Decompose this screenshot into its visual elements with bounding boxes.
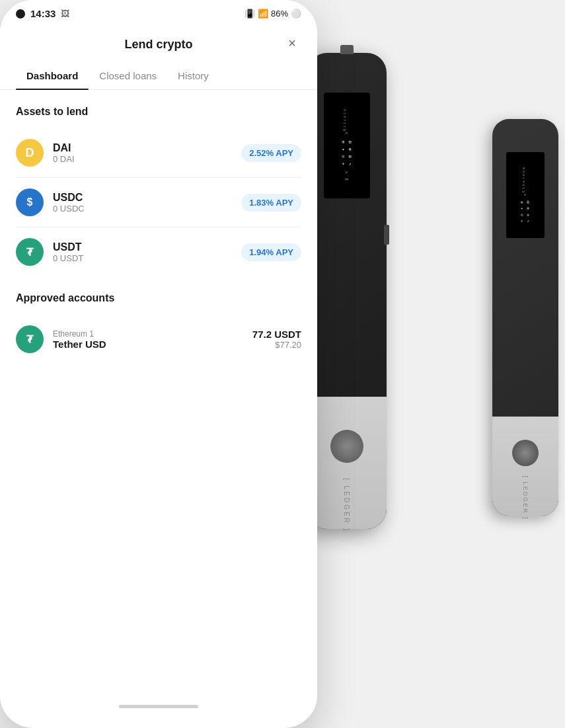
status-icons: 📳 📶 86% ⚪	[245, 9, 301, 19]
usdc-icon: $	[16, 188, 44, 216]
dai-apy: 2.52% APY	[241, 144, 301, 162]
usdt-apy: 1.94% APY	[241, 243, 301, 261]
usdt-info: USDT 0 USDT	[53, 241, 241, 263]
status-time: 14:33	[30, 8, 56, 19]
dai-balance: 0 DAI	[53, 154, 241, 164]
usdc-symbol: $	[27, 196, 33, 208]
ledger-screen-main: Bitcoin ⌃ ⊕ ⊞ ✦ ⊛ ⊝ ⊞ + ↗ ⌄ ▭	[324, 93, 370, 198]
ledger-body-secondary: Ethereum ⌃ ⊕ B ✦ ⊛ ⊝ ≡ + ↗ [ LEDGER ]	[492, 119, 558, 516]
amount-fiat: $77.20	[252, 340, 301, 350]
tab-history[interactable]: History	[167, 62, 219, 89]
signal-icon: 📶	[258, 9, 268, 19]
ledger-brand-text-main: [ LEDGER ]	[343, 478, 351, 532]
screen-content-secondary: Ethereum ⌃ ⊕ B ✦ ⊛ ⊝ ≡ + ↗	[521, 166, 530, 224]
asset-item-usdt[interactable]: ₮ USDT 0 USDT 1.94% APY	[16, 227, 301, 276]
screen-content-main: Bitcoin ⌃ ⊕ ⊞ ✦ ⊛ ⊝ ⊞ + ↗ ⌄ ▭	[342, 108, 352, 182]
tab-closed-loans[interactable]: Closed loans	[89, 62, 167, 89]
battery-icon: ⚪	[291, 9, 301, 19]
ledger-screen-secondary: Ethereum ⌃ ⊕ B ✦ ⊛ ⊝ ≡ + ↗	[506, 152, 545, 238]
devices-container: Bitcoin ⌃ ⊕ ⊞ ✦ ⊛ ⊝ ⊞ + ↗ ⌄ ▭ [ LEDGER ]	[287, 0, 565, 728]
ledger-brand-text-secondary: [ LEDGER ]	[522, 475, 529, 520]
usdc-name: USDC	[53, 192, 241, 204]
modal-header: Lend crypto ×	[0, 24, 317, 62]
approved-section-title: Approved accounts	[16, 292, 301, 304]
home-bar	[119, 705, 198, 708]
ledger-device-main: Bitcoin ⌃ ⊕ ⊞ ✦ ⊛ ⊝ ⊞ + ↗ ⌄ ▭ [ LEDGER ]	[307, 53, 387, 529]
account-usdt-info: Ethereum 1 Tether USD	[53, 329, 252, 350]
amount-value: 77.2 USDT	[252, 329, 301, 340]
usdc-apy: 1.83% APY	[241, 194, 301, 212]
battery-level: 86%	[271, 9, 288, 19]
tabs-container: Dashboard Closed loans History	[0, 62, 317, 90]
dai-icon: D	[16, 139, 44, 167]
ledger-body-main: Bitcoin ⌃ ⊕ ⊞ ✦ ⊛ ⊝ ⊞ + ↗ ⌄ ▭ [ LEDGER ]	[307, 53, 387, 529]
modal-container: Lend crypto × Dashboard Closed loans His…	[0, 24, 317, 716]
asset-list: D DAI 0 DAI 2.52% APY $ USDC 0 USDC	[16, 128, 301, 276]
ledger-right-button[interactable]	[384, 225, 389, 245]
ledger-bottom-button-main[interactable]	[330, 430, 363, 463]
usdt-name: USDT	[53, 241, 241, 253]
asset-item-usdc[interactable]: $ USDC 0 USDC 1.83% APY	[16, 178, 301, 227]
usdc-balance: 0 USDC	[53, 204, 241, 214]
ledger-bottom-button-secondary[interactable]	[512, 440, 539, 466]
tab-dashboard[interactable]: Dashboard	[16, 62, 89, 89]
usdt-symbol: ₮	[26, 246, 33, 259]
ledger-device-secondary: Ethereum ⌃ ⊕ B ✦ ⊛ ⊝ ≡ + ↗ [ LEDGER ]	[492, 119, 558, 516]
close-button[interactable]: ×	[283, 34, 301, 53]
account-amount-info: 77.2 USDT $77.20	[252, 329, 301, 350]
account-name: Tether USD	[53, 339, 252, 350]
account-sub-label: Ethereum 1	[53, 329, 252, 339]
dai-symbol: D	[26, 146, 34, 160]
usdc-info: USDC 0 USDC	[53, 192, 241, 214]
account-item-usdt[interactable]: ₮ Ethereum 1 Tether USD 77.2 USDT $77.20	[16, 315, 301, 364]
usdt-icon: ₮	[16, 238, 44, 266]
usdt-balance: 0 USDT	[53, 253, 241, 263]
ledger-bottom-main: [ LEDGER ]	[307, 397, 387, 529]
ledger-bottom-secondary: [ LEDGER ]	[492, 417, 558, 516]
approved-accounts-section: Approved accounts ₮ Ethereum 1 Tether US…	[16, 292, 301, 364]
modal-title: Lend crypto	[124, 38, 192, 52]
bottom-indicator	[0, 697, 317, 716]
assets-section-title: Assets to lend	[16, 106, 301, 118]
dai-name: DAI	[53, 142, 241, 154]
account-usdt-symbol: ₮	[26, 333, 33, 346]
vibrate-icon: 📳	[245, 9, 255, 19]
image-icon: 🖼	[61, 9, 69, 19]
ledger-usb	[340, 45, 354, 54]
dai-info: DAI 0 DAI	[53, 142, 241, 164]
asset-item-dai[interactable]: D DAI 0 DAI 2.52% APY	[16, 128, 301, 178]
phone-shell: 14:33 🖼 📳 📶 86% ⚪ Lend crypto × Dashboar…	[0, 0, 317, 728]
status-bar: 14:33 🖼 📳 📶 86% ⚪	[0, 0, 317, 24]
main-content: Assets to lend D DAI 0 DAI 2.52% APY	[0, 90, 317, 697]
account-usdt-icon: ₮	[16, 325, 44, 353]
camera-dot	[16, 9, 25, 19]
